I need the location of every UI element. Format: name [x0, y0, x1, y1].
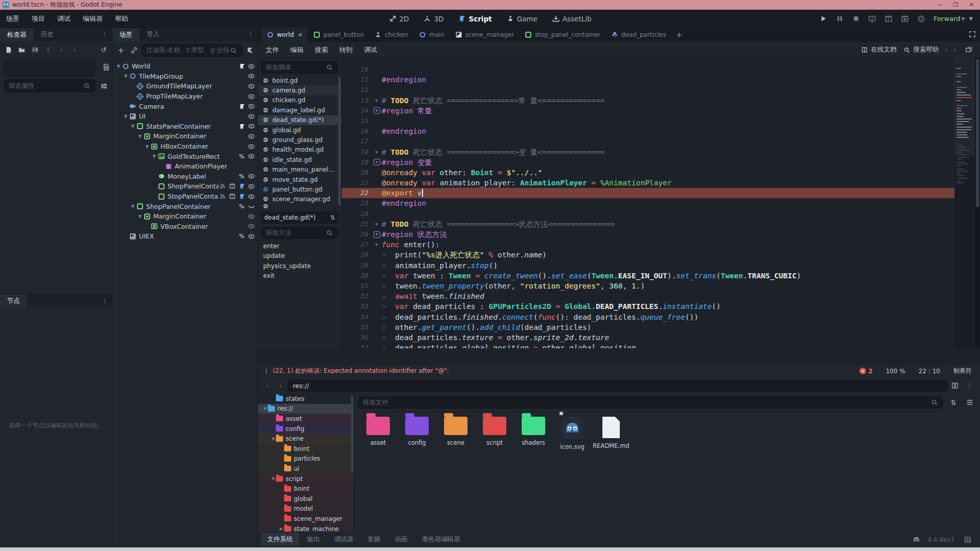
code-line-29[interactable]: 29 » animation_player.stop()	[342, 260, 954, 271]
unique-name-badge[interactable]: %	[238, 203, 245, 210]
save-resource-button[interactable]	[29, 43, 41, 56]
eye-badge-icon[interactable]	[248, 223, 255, 230]
eye-badge-icon[interactable]	[248, 63, 255, 70]
workspace-3d[interactable]: 3D	[418, 13, 449, 25]
tree-arrow[interactable]: ▼	[130, 124, 136, 129]
play-scene-button[interactable]	[884, 15, 893, 23]
scene-node-HBoxContainer[interactable]: ▼ HBoxContainer	[112, 141, 258, 152]
pause-button[interactable]	[835, 15, 844, 23]
scene-node-UI[interactable]: ▼ UI	[112, 111, 258, 122]
zoom-level[interactable]: 100 %	[886, 368, 905, 375]
minimize-button[interactable]: ─	[938, 2, 942, 8]
eye-badge-icon[interactable]	[248, 103, 255, 110]
tab-导入[interactable]: 导入	[139, 28, 167, 41]
code-line-27[interactable]: 27 ▼ func enter():	[342, 239, 954, 250]
scene-node-MarginContainer[interactable]: ▼ MarginContainer	[112, 131, 258, 141]
scene-node-PropTileMapLayer[interactable]: PropTileMapLayer	[112, 91, 258, 102]
sort-methods-icon[interactable]: ⇅	[330, 214, 335, 221]
scene-node-GroundTileMapLayer[interactable]: GroundTileMapLayer	[112, 81, 258, 91]
online-docs-button[interactable]: 在线文档	[860, 45, 897, 54]
movie-maker-button[interactable]	[917, 15, 925, 23]
tab-历史[interactable]: 历史	[34, 28, 61, 41]
code-line-18[interactable]: 18 ▼ # TODO 死亡状态 ===============>变 量<===…	[342, 147, 954, 157]
method-enter[interactable]: enter	[258, 241, 341, 251]
code-line-31[interactable]: 31 » tween.tween_property(other, "rotati…	[342, 281, 954, 291]
scene-tab-chicken[interactable]: chicken	[369, 28, 413, 42]
eye-badge-icon[interactable]	[248, 213, 255, 220]
error-count-badge[interactable]: ✕ 2	[859, 368, 872, 375]
code-line-10[interactable]: 10	[342, 64, 954, 75]
fs-menu-icon[interactable]: ⋮	[962, 382, 977, 390]
code-line-19[interactable]: 19 ▼ #region 变量	[342, 157, 954, 167]
bottom-tab-着色器编辑器[interactable]: 着色器编辑器	[416, 533, 466, 545]
tree-arrow[interactable]: ▼	[137, 134, 143, 139]
inspector-options-icon[interactable]	[98, 80, 110, 92]
code-line-11[interactable]: 11 #endregion	[342, 75, 954, 85]
eye-badge-icon[interactable]	[248, 193, 255, 200]
script-item-move_state.gd[interactable]: ⚙ move_state.gd	[258, 175, 341, 184]
object-history-icon[interactable]: ↺	[98, 43, 110, 56]
search-help-button[interactable]: ? 搜索帮助	[903, 45, 939, 54]
eye-badge-icon[interactable]	[248, 183, 255, 190]
fs-folder-particles[interactable]: particles	[258, 454, 354, 464]
history-back-button[interactable]: ‹	[55, 43, 67, 56]
workspace-2d[interactable]: 2D	[383, 13, 414, 25]
menu-编辑器[interactable]: 编辑器	[77, 13, 109, 25]
new-resource-button[interactable]	[2, 43, 14, 56]
scene-node-MoneyLabel[interactable]: MoneyLabel %	[112, 172, 258, 182]
eye-badge-icon[interactable]	[248, 173, 255, 180]
fs-filter-input[interactable]: 筛选文件	[358, 396, 943, 409]
scene-dock-menu-icon[interactable]: ⋮	[243, 31, 258, 38]
script-filter-input[interactable]: 筛选脚本	[261, 61, 338, 74]
play-button[interactable]	[819, 15, 827, 23]
indent-type[interactable]: 制表符	[953, 367, 972, 375]
eye-closed-badge-icon[interactable]	[248, 203, 255, 210]
script-list-scrollbar[interactable]	[338, 77, 341, 205]
fs-path-field[interactable]: res://	[288, 379, 948, 392]
resource-extra-menu-icon[interactable]: ⋮	[42, 43, 54, 56]
tree-arrow[interactable]: ▼	[137, 214, 143, 219]
distraction-free-icon[interactable]	[969, 31, 976, 39]
code-line-17[interactable]: 17	[342, 136, 954, 147]
bottom-tab-音频[interactable]: 音频	[362, 533, 387, 545]
fs-back-button[interactable]: ‹	[261, 379, 273, 392]
scene-node-MarginContainer[interactable]: ▼ MarginContainer	[112, 211, 258, 222]
script-item-dead_state.gd(*)[interactable]: ⚙ dead_state.gd(*)	[258, 115, 341, 125]
code-line-32[interactable]: 32 » await tween.finished	[342, 291, 954, 301]
code-line-28[interactable]: 28 » print("%s进入死亡状态" % other.name)	[342, 250, 954, 260]
code-line-25[interactable]: 25 ▼ # TODO 死亡状态 ===============>状态方法<==…	[342, 219, 954, 229]
scene-filter-input[interactable]: 过滤器:名称、t:类型、g:分组	[142, 44, 242, 57]
code-minimap[interactable]	[954, 58, 974, 348]
script-item-idle_state.gd[interactable]: ⚙ idle_state.gd	[258, 155, 341, 164]
fs-item-scene[interactable]: scene	[440, 417, 472, 450]
play-custom-button[interactable]	[901, 15, 909, 23]
scene-tab-panel_button[interactable]: panel_button	[308, 28, 369, 42]
eye-badge-icon[interactable]	[248, 83, 255, 90]
fs-folder-config[interactable]: config	[258, 424, 354, 434]
code-area[interactable]: 10 11 #endregion 12 13 ▼ # TODO 死亡状态 ===…	[342, 58, 980, 348]
fold-gutter[interactable]: ▼	[371, 107, 382, 114]
fs-folder-boint[interactable]: boint	[258, 484, 354, 494]
history-back-button[interactable]: ‹	[945, 46, 948, 54]
fs-item-asset[interactable]: asset	[362, 417, 394, 450]
code-scrollbar[interactable]	[975, 58, 979, 348]
code-line-30[interactable]: 30 » var tween : Tween = create_tween().…	[342, 271, 954, 281]
script-menu-调试[interactable]: 调试	[358, 43, 383, 56]
scene-node-TileMapGroup[interactable]: ▼ TileMapGroup	[112, 71, 258, 82]
code-line-20[interactable]: 20 @onready var other: Boint = $"../.."	[342, 167, 954, 178]
add-node-button[interactable]: +	[115, 44, 126, 57]
tree-arrow[interactable]: ▼	[123, 74, 129, 79]
fs-item-README.md[interactable]: ⚙ README.md	[595, 417, 627, 450]
menu-项目[interactable]: 项目	[26, 13, 51, 25]
scene-node-Camera[interactable]: Camera	[112, 101, 258, 111]
script-item-scene_manager.gd[interactable]: ⚙ scene_manager.gd	[258, 195, 341, 204]
method-physics_update[interactable]: physics_update	[258, 261, 341, 271]
eye-badge-icon[interactable]	[248, 153, 255, 160]
code-line-14[interactable]: 14 ▼ #region 常量	[342, 106, 954, 116]
code-line-12[interactable]: 12	[342, 85, 954, 95]
close-tab-icon[interactable]: ✕	[298, 32, 302, 38]
script-item-damage_label.gd[interactable]: ⚙ damage_label.gd	[258, 105, 341, 115]
code-line-34[interactable]: 34 » dead_particles.finished.connect(fun…	[342, 312, 954, 322]
eye-badge-icon[interactable]	[248, 143, 255, 150]
script-badge-icon[interactable]	[238, 103, 245, 110]
